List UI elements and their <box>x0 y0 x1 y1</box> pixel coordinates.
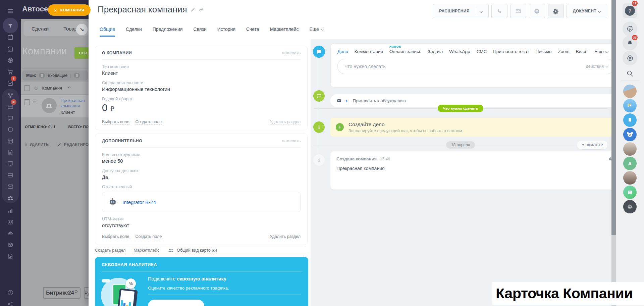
dog-avatar[interactable] <box>623 128 637 141</box>
tab-deals[interactable]: Сделки <box>32 26 49 32</box>
search-button[interactable] <box>626 69 634 78</box>
grid-settings-gear-icon[interactable]: ⚙ <box>34 86 38 91</box>
create-field-link[interactable]: Создать поле <box>136 119 162 124</box>
user-avatar-3[interactable] <box>623 171 637 185</box>
warehouse-box-icon[interactable] <box>7 242 14 248</box>
about-edit-link[interactable]: изменить <box>282 51 301 55</box>
card-view-link[interactable]: Общий вид карточки <box>167 247 217 254</box>
news-app-avatar[interactable] <box>623 186 637 199</box>
todo-input[interactable] <box>344 63 582 69</box>
chat-button[interactable] <box>529 4 545 18</box>
sites-hexagon-icon[interactable] <box>7 126 14 133</box>
settings-gear-button[interactable] <box>548 4 564 18</box>
menu-icon[interactable] <box>7 8 14 14</box>
tab-online-booking[interactable]: НОВОЕОнлайн-запись <box>389 49 421 54</box>
cart-icon[interactable] <box>7 68 14 75</box>
remove-section-link[interactable]: Удалить раздел <box>270 234 301 239</box>
tab-marketplace[interactable]: Маркетплейс <box>270 27 299 37</box>
drive-icon[interactable] <box>7 172 14 178</box>
automation-robot-icon[interactable] <box>7 230 14 237</box>
calendar-icon[interactable] <box>7 138 14 144</box>
store-icon[interactable] <box>7 46 14 52</box>
updates-button[interactable] <box>623 21 637 36</box>
copy-link-icon[interactable] <box>199 7 204 12</box>
tab-general[interactable]: Общие <box>100 27 115 37</box>
chat-app-avatar[interactable] <box>623 99 637 112</box>
help-icon[interactable] <box>7 289 14 296</box>
user-avatar-2[interactable] <box>623 142 637 156</box>
tasks-badge: 3 <box>11 76 16 81</box>
responsible-user-link[interactable]: Integrator B-24 <box>122 199 156 205</box>
slider-entity-tag[interactable]: × КОМПАНИЯ <box>48 4 91 16</box>
additional-edit-link[interactable]: изменить <box>282 139 301 143</box>
create-company-button[interactable]: СОЗ <box>74 47 89 59</box>
bitrix24-logo-button[interactable]: Битрикс24 <box>43 287 80 299</box>
tab-task[interactable]: Задача <box>428 49 443 54</box>
todo-stream-pill[interactable]: Что нужно сделать <box>438 105 483 112</box>
company-row[interactable]: ☰ Прекрасная компания Клиент <box>21 95 89 117</box>
slider-collapse-button[interactable]: ↘ <box>76 24 88 35</box>
tab-relations[interactable]: Связи <box>194 27 207 37</box>
tab-zoom[interactable]: Zoom <box>558 49 570 54</box>
edit-title-icon[interactable] <box>191 7 195 12</box>
tab-comment[interactable]: Комментарий <box>355 49 383 54</box>
tab-more[interactable]: Еще <box>309 27 323 37</box>
documents-icon[interactable] <box>7 149 14 156</box>
employees-icon[interactable] <box>7 195 14 201</box>
tab-more[interactable]: Еще <box>594 49 608 54</box>
analytics-bars-icon[interactable] <box>7 207 14 214</box>
tab-deals[interactable]: Сделки <box>126 27 142 37</box>
tasks-planner-icon[interactable] <box>7 34 14 41</box>
promo-connect-button[interactable] <box>148 300 204 306</box>
video-screen-icon[interactable] <box>7 160 14 167</box>
filter-item-incoming[interactable]: Входящие <box>48 73 67 78</box>
grid-column-company[interactable]: Компания <box>42 86 62 91</box>
filter-bar[interactable]: Мои: 0 Входящие | 0 <box>22 70 88 81</box>
tab-quotes[interactable]: Предложения <box>153 27 183 37</box>
company-name-link[interactable]: Прекрасная компания <box>61 98 89 109</box>
tab-invoices[interactable]: Счета <box>246 27 259 37</box>
tab-letter[interactable]: Письмо <box>536 49 552 54</box>
drag-handle-icon[interactable]: ☰ <box>33 99 37 104</box>
select-all-checkbox[interactable] <box>24 85 30 91</box>
create-activity-tip[interactable]: + Создайте дело Запланируйте следующий ш… <box>330 118 618 137</box>
tab-visit[interactable]: Визит <box>576 49 588 54</box>
email-button[interactable] <box>510 4 526 18</box>
timeline-filter-button[interactable]: ФИЛЬТР <box>577 141 607 149</box>
timeline-entry-card[interactable]: Создана компания 15:46 Прекрасная компан… <box>330 151 620 190</box>
contact-center-icon[interactable] <box>7 219 14 225</box>
tab-invite-chat[interactable]: Пригласить в чат <box>493 49 529 54</box>
sign-document-icon[interactable] <box>7 253 14 260</box>
create-field-link[interactable]: Создать поле <box>136 234 162 239</box>
scrollbar-thumb[interactable] <box>611 0 616 235</box>
close-slider-icon[interactable]: × <box>54 7 57 13</box>
chat-icon[interactable] <box>7 115 14 121</box>
row-checkbox[interactable] <box>24 99 30 105</box>
call-button[interactable] <box>491 4 507 18</box>
delete-action[interactable]: ×УДАЛИТЬ <box>25 142 49 147</box>
messenger-button[interactable] <box>623 51 637 65</box>
tab-history[interactable]: История <box>217 27 235 37</box>
edit-action[interactable]: РЕДАКТИРО <box>57 142 89 147</box>
actions-dropdown[interactable]: действия <box>586 64 608 69</box>
marketing-target-icon[interactable] <box>7 57 14 64</box>
marketplace-link[interactable]: Маркетплейс <box>133 248 159 253</box>
extensions-button[interactable]: РАСШИРЕНИЯ <box>433 4 489 18</box>
bookmark-avatar[interactable] <box>623 113 637 127</box>
user-avatar[interactable] <box>623 85 637 98</box>
tab-activity[interactable]: Дело <box>337 49 348 54</box>
robot-avatar-rail[interactable] <box>623 200 637 213</box>
crm-network-icon[interactable] <box>7 92 14 99</box>
tab-sms[interactable]: СМС <box>477 49 487 54</box>
vertical-scrollbar[interactable] <box>611 0 616 306</box>
mail-icon[interactable] <box>7 183 14 190</box>
letter-avatar[interactable]: A <box>623 157 637 170</box>
select-field-link[interactable]: Выбрать поле <box>102 234 129 239</box>
tab-whatsapp[interactable]: WhatsApp <box>449 49 470 54</box>
select-field-link[interactable]: Выбрать поле <box>102 119 129 124</box>
remove-section-link[interactable]: Удалить раздел <box>270 119 301 124</box>
filter-funnel-icon[interactable] <box>7 22 14 29</box>
create-section-link[interactable]: Создать раздел <box>95 248 125 253</box>
document-button[interactable]: ДОКУМЕНТ <box>567 4 607 18</box>
share-network-icon[interactable] <box>7 301 14 306</box>
